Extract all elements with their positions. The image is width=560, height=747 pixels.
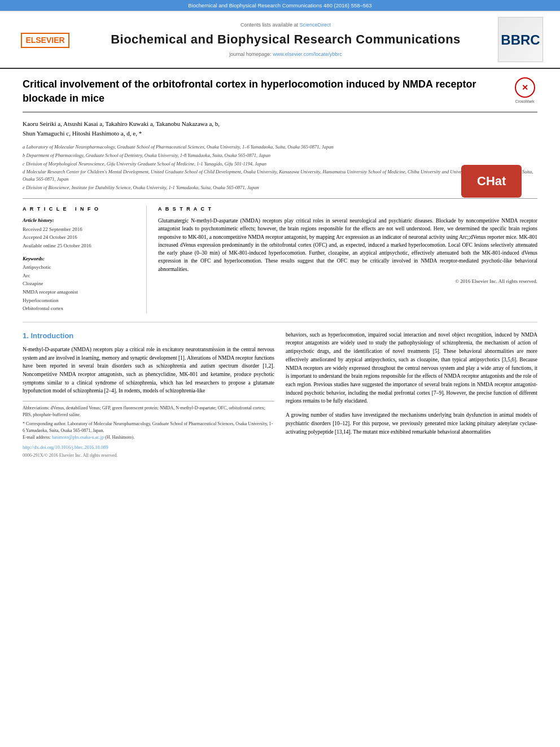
intro-paragraph-right-1: behaviors, such as hyperlocomotion, impa…	[286, 331, 537, 405]
footnote-section: Abbreviations: dVenus, destabilized Venu…	[23, 401, 274, 441]
journal-citation-bar: Biochemical and Biophysical Research Com…	[0, 0, 560, 11]
keyword-2: Arc	[23, 272, 138, 279]
crossmark-label: CrossMark	[515, 99, 535, 104]
authors: Kaoru Seiriki a, Atsushi Kasai a, Takahi…	[23, 119, 537, 139]
doi-link[interactable]: http://dx.doi.org/10.1016/j.bbrc.2016.10…	[23, 444, 274, 451]
keyword-5: Hyperlocomotion	[23, 297, 138, 304]
affiliation-d: d Molecular Research Center for Children…	[23, 168, 537, 183]
article-body: 1. Introduction N-methyl-D-aspartate (NM…	[23, 331, 537, 459]
authors-line2: Shun Yamaguchi c, Hitoshi Hashimoto a, d…	[23, 129, 537, 139]
received-date: Received 22 September 2016	[23, 226, 138, 233]
main-content: Critical involvement of the orbitofronta…	[0, 69, 560, 467]
keyword-3: Clozapine	[23, 280, 138, 287]
chat-button[interactable]: CHat	[461, 165, 522, 198]
crossmark-area[interactable]: ✕ CrossMark	[512, 77, 537, 104]
authors-line1: Kaoru Seiriki a, Atsushi Kasai a, Takahi…	[23, 119, 537, 129]
footnote-email: E-mail address: hasimoto@phs.osaka-u.ac.…	[23, 434, 274, 441]
doi-section: http://dx.doi.org/10.1016/j.bbrc.2016.10…	[23, 444, 274, 458]
footnote-corresponding: * Corresponding author. Laboratory of Mo…	[23, 421, 274, 434]
bbrc-logo: BBRC	[498, 17, 543, 62]
affiliation-a: a Laboratory of Molecular Neuropharmacol…	[23, 143, 537, 151]
keywords-label: Keywords:	[23, 255, 138, 263]
crossmark-icon: ✕	[515, 77, 535, 98]
article-history: Article history: Received 22 September 2…	[23, 217, 138, 249]
copyright-line: © 2016 Elsevier Inc. All rights reserved…	[158, 278, 537, 285]
elsevier-logo: ELSEVIER	[21, 33, 69, 49]
keyword-6: Orbitofrontal cortex	[23, 305, 138, 312]
journal-citation-text: Biochemical and Biophysical Research Com…	[188, 2, 371, 8]
affiliations: a Laboratory of Molecular Neuropharmacol…	[23, 143, 537, 191]
abstract-heading: A B S T R A C T	[158, 206, 537, 213]
elsevier-label: ELSEVIER	[25, 36, 64, 45]
intro-paragraph-1: N-methyl-D-aspartate (NMDA) receptors pl…	[23, 346, 274, 395]
available-date: Available online 25 October 2016	[23, 242, 138, 250]
sciencedirect-notice: Contents lists available at ScienceDirec…	[79, 21, 492, 29]
journal-info-center: Contents lists available at ScienceDirec…	[79, 21, 492, 58]
keyword-1: Antipsychotic	[23, 264, 138, 271]
affiliation-b: b Department of Pharmacology, Graduate S…	[23, 152, 537, 159]
affiliation-e: e Division of Bioscience, Institute for …	[23, 184, 537, 191]
section-divider	[23, 322, 537, 322]
journal-header: ELSEVIER Contents lists available at Sci…	[0, 11, 560, 69]
journal-logo-area: BBRC	[492, 17, 549, 62]
intro-paragraph-right-2: A growing number of studies have investi…	[286, 411, 537, 436]
body-left-column: 1. Introduction N-methyl-D-aspartate (NM…	[23, 331, 274, 459]
article-info-column: A R T I C L E I N F O Article history: R…	[23, 206, 147, 313]
article-info-heading: A R T I C L E I N F O	[23, 206, 138, 213]
article-title-section: Critical involvement of the orbitofronta…	[23, 77, 537, 112]
issn-line: 0006-291X/© 2016 Elsevier Inc. All right…	[23, 452, 274, 458]
homepage-notice: journal homepage: www.elsevier.com/locat…	[79, 51, 492, 58]
accepted-date: Accepted 24 October 2016	[23, 234, 138, 241]
intro-heading: 1. Introduction	[23, 331, 274, 341]
body-right-column: behaviors, such as hyperlocomotion, impa…	[286, 331, 537, 459]
sciencedirect-link[interactable]: ScienceDirect	[300, 22, 331, 28]
footnote-email-link[interactable]: hasimoto@phs.osaka-u.ac.jp	[52, 435, 104, 440]
homepage-link[interactable]: www.elsevier.com/locate/ybbrc	[273, 51, 342, 57]
article-info-abstract: A R T I C L E I N F O Article history: R…	[23, 198, 537, 313]
abstract-text: Glutamatergic N-methyl-D-aspartate (NMDA…	[158, 217, 537, 273]
abstract-column: A B S T R A C T Glutamatergic N-methyl-D…	[158, 206, 537, 313]
elsevier-logo-area: ELSEVIER	[11, 32, 79, 49]
journal-name: Biochemical and Biophysical Research Com…	[79, 31, 492, 49]
article-title: Critical involvement of the orbitofronta…	[23, 77, 504, 105]
keyword-4: NMDA receptor antagonist	[23, 289, 138, 296]
affiliation-c: c Division of Morphological Neuroscience…	[23, 160, 537, 168]
keywords-section: Keywords: Antipsychotic Arc Clozapine NM…	[23, 255, 138, 312]
history-label: Article history:	[23, 217, 138, 224]
footnote-abbreviations: Abbreviations: dVenus, destabilized Venu…	[23, 405, 274, 418]
